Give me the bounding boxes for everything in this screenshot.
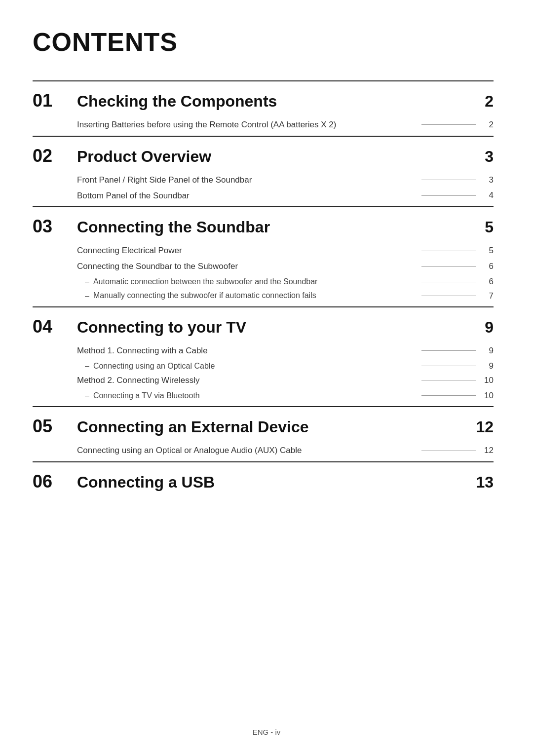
section-header-06: 06Connecting a USB13 [33,461,494,492]
entries-01: Inserting Batteries before using the Rem… [33,119,494,131]
toc-entry-label: Method 1. Connecting with a Cable [77,345,416,357]
section-title-04: Connecting to your TV [77,318,485,337]
entries-05: Connecting using an Optical or Analogue … [33,445,494,456]
list-item: Method 1. Connecting with a Cable9 [77,345,494,357]
list-item: –Manually connecting the subwoofer if au… [77,290,494,301]
toc-sub-entry-page: 10 [482,391,494,401]
sub-dash-icon: – [85,391,89,400]
section-header-02: 02Product Overview3 [33,136,494,166]
sub-dash-icon: – [85,362,89,371]
toc-sub-entry-dots [421,296,476,296]
toc-entry-page: 6 [482,262,494,271]
entries-03: Connecting Electrical Power5Connecting t… [33,245,494,301]
toc-entry-dots [421,195,476,196]
section-number-05: 05 [33,416,77,437]
section-title-05: Connecting an External Device [77,418,476,436]
sub-dash-icon: – [85,292,89,301]
section-number-04: 04 [33,316,77,337]
toc-entry-dots [421,251,476,251]
toc-entry-dots [421,266,476,267]
toc-entry-page: 5 [482,246,494,256]
section-number-01: 01 [33,90,77,111]
toc-entry-page: 2 [482,120,494,130]
toc-entry-page: 9 [482,346,494,356]
toc-entry-label: Front Panel / Right Side Panel of the So… [77,174,416,186]
toc-sub-entry-dots [421,366,476,366]
section-title-01: Checking the Components [77,92,485,111]
toc-entry-label: Inserting Batteries before using the Rem… [77,119,416,131]
list-item: Connecting using an Optical or Analogue … [77,445,494,456]
toc-sub-entry-label: Automatic connection between the subwoof… [93,276,416,287]
toc-entry-page: 10 [482,376,494,385]
toc-section-06: 06Connecting a USB13 [33,461,494,492]
toc-section-01: 01Checking the Components2Inserting Batt… [33,80,494,131]
section-page-04: 9 [485,318,494,337]
toc-section-03: 03Connecting the Soundbar5Connecting Ele… [33,206,494,301]
section-number-03: 03 [33,216,77,237]
section-page-05: 12 [476,418,494,436]
list-item: –Connecting a TV via Bluetooth10 [77,390,494,401]
toc-sub-entry-dots [421,282,476,282]
page: CONTENTS 01Checking the Components2Inser… [0,0,533,756]
toc-entry-dots [421,380,476,380]
section-header-01: 01Checking the Components2 [33,80,494,111]
toc-sub-entry-label: Connecting using an Optical Cable [93,361,416,372]
list-item: –Automatic connection between the subwoo… [77,276,494,287]
page-title: CONTENTS [33,27,494,57]
section-header-03: 03Connecting the Soundbar5 [33,206,494,237]
section-page-06: 13 [476,473,494,491]
toc-sub-entry-dots [421,395,476,396]
toc-sub-entry-page: 9 [482,361,494,371]
list-item: –Connecting using an Optical Cable9 [77,361,494,372]
toc-entry-label: Method 2. Connecting Wirelessly [77,375,416,386]
section-title-02: Product Overview [77,148,485,166]
toc-section-05: 05Connecting an External Device12Connect… [33,406,494,456]
toc-sub-entry-page: 6 [482,277,494,287]
section-page-03: 5 [485,218,494,236]
list-item: Inserting Batteries before using the Rem… [77,119,494,131]
footer: ENG - iv [0,728,533,736]
toc-entry-dots [421,180,476,180]
entries-02: Front Panel / Right Side Panel of the So… [33,174,494,202]
section-page-01: 2 [485,92,494,111]
toc-entry-label: Connecting using an Optical or Analogue … [77,445,416,456]
list-item: Connecting Electrical Power5 [77,245,494,257]
toc-container: 01Checking the Components2Inserting Batt… [33,80,494,492]
toc-entry-page: 12 [482,446,494,455]
toc-entry-dots [421,350,476,351]
toc-entry-dots [421,451,476,451]
toc-entry-dots [421,124,476,125]
section-title-06: Connecting a USB [77,473,476,491]
section-header-05: 05Connecting an External Device12 [33,406,494,437]
toc-section-02: 02Product Overview3Front Panel / Right S… [33,136,494,202]
toc-section-04: 04Connecting to your TV9Method 1. Connec… [33,306,494,401]
section-header-04: 04Connecting to your TV9 [33,306,494,337]
toc-sub-entry-label: Manually connecting the subwoofer if aut… [93,290,416,301]
section-title-03: Connecting the Soundbar [77,218,485,236]
toc-entry-label: Bottom Panel of the Soundbar [77,190,416,202]
toc-entry-label: Connecting the Soundbar to the Subwoofer [77,261,416,272]
section-number-02: 02 [33,146,77,166]
list-item: Connecting the Soundbar to the Subwoofer… [77,261,494,272]
section-number-06: 06 [33,471,77,492]
list-item: Front Panel / Right Side Panel of the So… [77,174,494,186]
list-item: Method 2. Connecting Wirelessly10 [77,375,494,386]
entries-04: Method 1. Connecting with a Cable9–Conne… [33,345,494,401]
toc-entry-label: Connecting Electrical Power [77,245,416,257]
section-page-02: 3 [485,148,494,166]
sub-dash-icon: – [85,277,89,286]
toc-entry-page: 3 [482,175,494,185]
toc-entry-page: 4 [482,190,494,200]
list-item: Bottom Panel of the Soundbar4 [77,190,494,202]
toc-sub-entry-page: 7 [482,291,494,301]
toc-sub-entry-label: Connecting a TV via Bluetooth [93,390,416,401]
